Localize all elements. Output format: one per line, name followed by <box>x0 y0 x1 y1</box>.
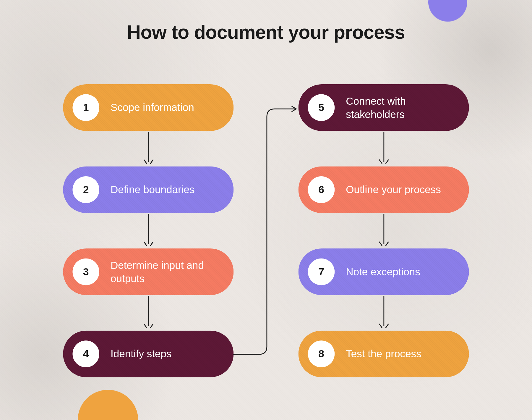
flow-column-left: 1 Scope information 2 Define boundaries … <box>63 84 233 377</box>
step-8-label: Test the process <box>346 347 421 361</box>
step-6-number: 6 <box>308 176 335 203</box>
flow-column-right: 5 Connect with stakeholders 6 Outline yo… <box>299 84 469 377</box>
step-8-pill: 8 Test the process <box>299 331 469 377</box>
arrow-down-icon <box>383 213 384 248</box>
arrow-down-icon <box>383 295 384 331</box>
step-1-label: Scope information <box>111 101 194 114</box>
step-8-number: 8 <box>308 340 335 367</box>
step-3-number: 3 <box>72 259 99 285</box>
step-5-number: 5 <box>308 94 335 121</box>
step-4-number: 4 <box>72 340 99 367</box>
step-5-pill: 5 Connect with stakeholders <box>299 84 469 131</box>
step-1-pill: 1 Scope information <box>63 84 233 131</box>
step-6-label: Outline your process <box>346 183 441 197</box>
step-2-number: 2 <box>72 176 99 203</box>
diagram-title: How to document your process <box>0 22 532 43</box>
arrow-down-icon <box>383 131 384 167</box>
step-1-number: 1 <box>72 94 99 121</box>
step-3-pill: 3 Determine input and outputs <box>63 248 233 295</box>
step-6-pill: 6 Outline your process <box>299 166 469 213</box>
arrow-down-icon <box>148 131 149 167</box>
step-2-label: Define boundaries <box>111 183 195 197</box>
decorative-circle-purple <box>428 0 467 22</box>
step-7-label: Note exceptions <box>346 265 420 279</box>
step-4-pill: 4 Identify steps <box>63 331 233 377</box>
arrow-down-icon <box>148 295 149 331</box>
decorative-circle-orange <box>78 390 138 420</box>
step-5-label: Connect with stakeholders <box>346 94 458 121</box>
flow-columns: 1 Scope information 2 Define boundaries … <box>0 84 532 377</box>
step-3-label: Determine input and outputs <box>111 258 223 285</box>
step-7-number: 7 <box>308 259 335 285</box>
arrow-down-icon <box>148 213 149 248</box>
step-7-pill: 7 Note exceptions <box>299 248 469 295</box>
step-4-label: Identify steps <box>111 347 172 361</box>
step-2-pill: 2 Define boundaries <box>63 166 233 213</box>
